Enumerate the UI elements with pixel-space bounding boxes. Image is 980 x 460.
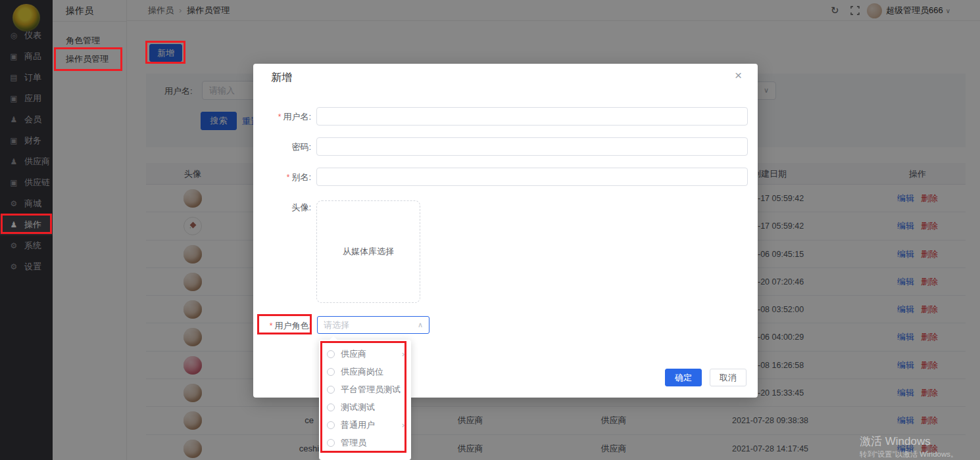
username-label: *用户名: bbox=[253, 111, 311, 123]
role-option-label: 普通用户 bbox=[341, 419, 375, 431]
role-select-placeholder: 请选择 bbox=[324, 320, 349, 330]
confirm-button[interactable]: 确定 bbox=[665, 369, 702, 386]
chevron-right-icon: › bbox=[402, 350, 404, 359]
role-options-popup: 供应商 › 供应商岗位 平台管理员测试 测试测试 bbox=[319, 340, 411, 460]
alias-field[interactable] bbox=[316, 168, 748, 186]
role-option-label: 平台管理员测试 bbox=[341, 384, 401, 396]
required-mark: * bbox=[278, 112, 282, 122]
close-icon[interactable]: × bbox=[735, 69, 742, 81]
role-option-label: 管理员 bbox=[341, 437, 366, 449]
role-label: *用户角色: bbox=[253, 320, 311, 332]
role-select[interactable]: 请选择 ∧ bbox=[317, 316, 429, 334]
role-option-label: 供应商 bbox=[341, 348, 366, 360]
radio-icon bbox=[327, 421, 335, 429]
role-option[interactable]: 普通用户 › bbox=[319, 416, 411, 434]
radio-icon bbox=[327, 403, 335, 411]
role-option-label: 供应商岗位 bbox=[341, 366, 383, 378]
chevron-right-icon: › bbox=[402, 421, 404, 430]
avatar-label: 头像: bbox=[253, 202, 311, 214]
username-field[interactable] bbox=[316, 107, 748, 126]
radio-icon bbox=[327, 439, 335, 447]
password-field[interactable] bbox=[316, 137, 748, 156]
alias-label: *别名: bbox=[253, 172, 311, 183]
cancel-button[interactable]: 取消 bbox=[710, 369, 747, 386]
radio-icon bbox=[327, 350, 335, 358]
required-mark: * bbox=[270, 321, 273, 331]
required-mark: * bbox=[287, 173, 290, 182]
chevron-up-icon: ∧ bbox=[418, 317, 423, 333]
role-option[interactable]: 测试测试 bbox=[319, 398, 411, 416]
role-option[interactable]: 平台管理员测试 bbox=[319, 380, 411, 398]
password-label: 密码: bbox=[253, 141, 311, 153]
app-root: ◎ 仪表 ▣ 商品 ▤ 订单 ▣ 应用 bbox=[0, 0, 980, 460]
role-option[interactable]: 管理员 bbox=[319, 434, 411, 451]
modal-title: 新增 bbox=[271, 71, 292, 85]
role-option[interactable]: 供应商 › bbox=[319, 345, 411, 363]
role-option-label: 测试测试 bbox=[341, 402, 375, 413]
radio-icon bbox=[327, 386, 335, 394]
radio-icon bbox=[327, 368, 335, 376]
media-library-picker[interactable]: 从媒体库选择 bbox=[316, 200, 420, 303]
role-option[interactable]: 供应商岗位 bbox=[319, 363, 411, 380]
